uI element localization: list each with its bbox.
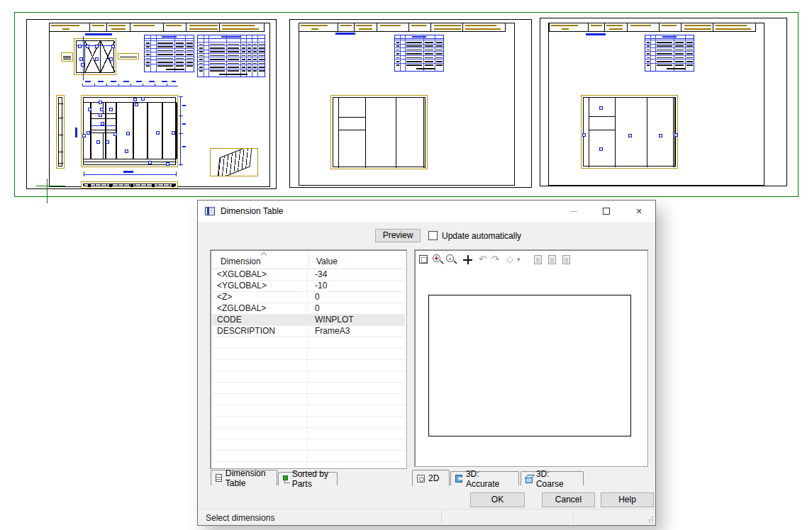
table-row-empty bbox=[212, 383, 405, 394]
table-row-empty bbox=[212, 428, 405, 439]
tab-dimension-table[interactable]: Dimension Table bbox=[211, 470, 277, 485]
3d-accurate-tab-icon bbox=[455, 475, 462, 483]
status-message: Select dimensions bbox=[206, 513, 274, 523]
sorted-by-parts-tab-icon bbox=[283, 475, 289, 483]
listview-rows: <XGLOBAL>-34<YGLOBAL>-10<Z>0<ZGLOBAL>0CO… bbox=[212, 269, 405, 467]
paste-icon-2[interactable] bbox=[547, 254, 559, 265]
drawing-sheet-2[interactable] bbox=[289, 19, 532, 188]
zoom-out-icon[interactable]: - bbox=[445, 254, 457, 265]
cad-crosshair-cursor bbox=[36, 186, 65, 186]
sheet1-left-connector bbox=[61, 52, 73, 62]
minimize-button bbox=[557, 201, 590, 222]
column-header-value[interactable]: Value bbox=[316, 256, 338, 266]
cad-crosshair-cursor bbox=[47, 179, 48, 203]
tab-label: 3D: Coarse bbox=[536, 469, 579, 489]
table-row[interactable]: <YGLOBAL>-10 bbox=[212, 281, 405, 292]
zoom-in-icon[interactable]: + bbox=[432, 254, 443, 265]
sheet1-frame-markers bbox=[81, 95, 178, 167]
sheet1-right-dimensions bbox=[179, 96, 186, 167]
3d-coarse-tab-icon bbox=[525, 477, 533, 483]
tab-label: Sorted by Parts bbox=[292, 469, 333, 489]
table-row[interactable]: <Z>0 bbox=[212, 292, 405, 303]
sheet2-parts-table bbox=[394, 35, 444, 72]
list-header[interactable]: Dimension Value bbox=[212, 252, 405, 269]
table-row[interactable]: <XGLOBAL>-34 bbox=[212, 269, 405, 281]
sheet1-parts-table-a bbox=[144, 35, 194, 72]
tab-2d[interactable]: 2D bbox=[412, 470, 450, 486]
2d-tab-icon bbox=[417, 475, 425, 483]
sheet1-right-connector bbox=[118, 53, 139, 60]
sheet3-title-block bbox=[549, 23, 756, 32]
resize-grip[interactable] bbox=[647, 517, 653, 523]
table-row-empty bbox=[212, 394, 405, 405]
preview-panel: + - ↶ ↷ ◇ ▾ bbox=[414, 249, 648, 467]
sheet2-panel-drawing bbox=[330, 95, 428, 169]
table-row-empty bbox=[212, 371, 405, 383]
table-row-empty bbox=[212, 439, 405, 451]
table-row-empty bbox=[212, 417, 405, 428]
tab-label: 2D bbox=[428, 473, 439, 483]
zoom-extents-icon[interactable] bbox=[418, 254, 430, 265]
sheet1-bottom-member bbox=[81, 181, 178, 188]
dialog-title: Dimension Table bbox=[221, 206, 284, 216]
table-row[interactable]: <ZGLOBAL>0 bbox=[212, 303, 405, 315]
tab-sorted-by-parts[interactable]: Sorted by Parts bbox=[278, 472, 338, 485]
sheet1-side-member bbox=[56, 95, 65, 169]
sheet2-caption-text bbox=[335, 33, 355, 35]
tab-3d-coarse[interactable]: 3D: Coarse bbox=[521, 471, 584, 485]
pan-icon[interactable] bbox=[462, 254, 474, 265]
close-icon: × bbox=[636, 206, 642, 216]
sheet2-title-block bbox=[299, 23, 506, 32]
close-button[interactable]: × bbox=[623, 201, 655, 222]
sheet1-top-dimensions bbox=[82, 81, 178, 86]
sheet1-transom-view bbox=[74, 38, 116, 75]
sheet1-left-dim-label bbox=[75, 128, 77, 137]
dimension-table-icon bbox=[205, 207, 215, 215]
sheet1-bottom-dimension bbox=[84, 171, 177, 176]
help-button[interactable]: Help bbox=[601, 492, 654, 507]
screen: Dimension Table × Preview Update automat… bbox=[0, 0, 812, 530]
sheet1-caption-text bbox=[85, 33, 112, 35]
table-row-empty bbox=[212, 405, 405, 417]
dimension-table-dialog: Dimension Table × Preview Update automat… bbox=[197, 200, 656, 526]
cancel-button[interactable]: Cancel bbox=[542, 492, 595, 507]
dimension-list-panel: Dimension Value <XGLOBAL>-34<YGLOBAL>-10… bbox=[210, 249, 407, 469]
tab-label: Dimension Table bbox=[226, 468, 272, 488]
table-row[interactable]: DESCRIPTIONFrameA3 bbox=[212, 326, 405, 337]
column-header-dimension[interactable]: Dimension bbox=[221, 256, 261, 266]
minimize-icon bbox=[570, 211, 577, 212]
tab-label: 3D: Accurate bbox=[466, 469, 514, 489]
maximize-icon bbox=[603, 208, 610, 215]
table-row-empty bbox=[212, 349, 405, 360]
view-dropdown-icon[interactable]: ▾ bbox=[517, 254, 528, 265]
table-row-empty bbox=[212, 451, 405, 462]
rotate-right-icon[interactable]: ↷ bbox=[491, 254, 503, 265]
table-row[interactable]: CODEWINPLOT bbox=[212, 315, 405, 326]
rotate-left-icon[interactable]: ↶ bbox=[479, 254, 490, 265]
dialog-titlebar[interactable]: Dimension Table × bbox=[198, 201, 655, 222]
preview-button[interactable]: Preview bbox=[375, 229, 421, 242]
maximize-button[interactable] bbox=[590, 201, 623, 222]
paste-icon-3[interactable] bbox=[562, 254, 573, 265]
drawing-sheet-1[interactable] bbox=[26, 19, 277, 189]
sort-ascending-icon bbox=[261, 252, 267, 258]
table-row-empty bbox=[212, 360, 405, 371]
sheet1-isometric-view bbox=[210, 148, 258, 176]
sheet1-title-block bbox=[49, 23, 265, 32]
paste-icon-1[interactable] bbox=[533, 254, 545, 265]
dialog-statusbar: Select dimensions bbox=[198, 509, 655, 525]
preview-viewport[interactable] bbox=[428, 295, 631, 436]
table-row-empty bbox=[212, 337, 405, 349]
preview-toolbar: + - ↶ ↷ ◇ ▾ bbox=[416, 252, 646, 267]
sheet3-panel-drawing bbox=[581, 95, 678, 169]
sheet3-caption-text bbox=[586, 33, 606, 35]
ok-button[interactable]: OK bbox=[470, 492, 525, 507]
update-automatically-label: Update automatically bbox=[442, 231, 521, 241]
update-automatically-checkbox[interactable] bbox=[428, 231, 438, 240]
sheet1-parts-table-b bbox=[197, 35, 265, 77]
dimension-table-tab-icon bbox=[216, 474, 222, 482]
tab-3d-accurate[interactable]: 3D: Accurate bbox=[450, 471, 519, 485]
drawing-sheet-3[interactable] bbox=[540, 18, 787, 186]
sheet3-parts-table bbox=[645, 35, 694, 72]
center-view-icon[interactable]: ◇ bbox=[506, 254, 518, 265]
